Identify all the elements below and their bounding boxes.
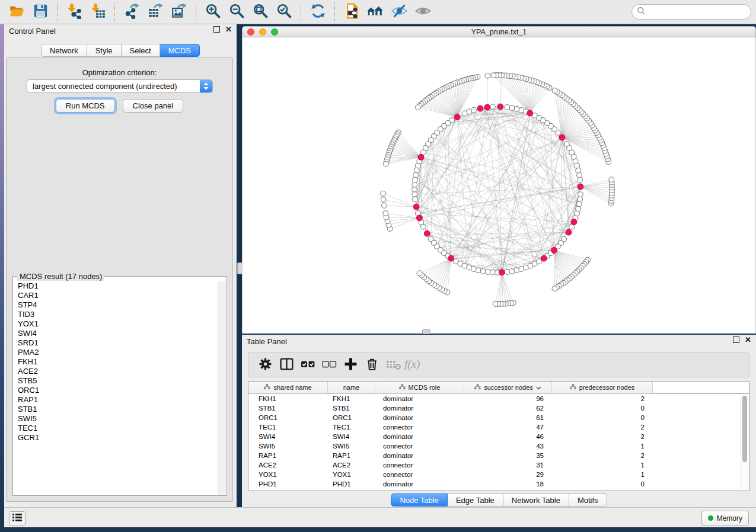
run-mcds-button[interactable]: Run MCDS — [56, 99, 115, 113]
network-node[interactable] — [562, 236, 567, 242]
first-neighbors-button[interactable] — [365, 2, 385, 22]
tab-style[interactable]: Style — [87, 44, 122, 57]
network-node[interactable] — [490, 104, 496, 110]
cell-shared-name[interactable]: RAP1 — [248, 452, 328, 459]
vertical-splitter[interactable] — [237, 24, 242, 507]
network-leaf-node[interactable] — [552, 286, 557, 291]
cell-MCDS-role[interactable]: dominator — [375, 480, 464, 488]
mcds-result-item[interactable]: PHD1 — [14, 281, 218, 291]
network-window-titlebar[interactable]: YPA_prune.txt_1 — [242, 26, 756, 37]
network-graph[interactable] — [243, 37, 756, 334]
mcds-result-item[interactable]: STP4 — [14, 300, 218, 310]
table-tab-network-table[interactable]: Network Table — [503, 493, 569, 507]
mcds-dominator-node[interactable] — [497, 104, 503, 110]
network-leaf-node[interactable] — [381, 191, 386, 196]
refresh-view-button[interactable] — [308, 2, 328, 22]
mcds-result-item[interactable]: GCR1 — [14, 433, 218, 443]
mcds-result-item[interactable]: ACE2 — [14, 367, 218, 376]
table-row[interactable]: ORC1ORC1dominator610 — [248, 413, 749, 422]
cell-successor-nodes[interactable]: 31 — [464, 462, 552, 469]
save-session-button[interactable] — [30, 2, 50, 22]
mcds-dominator-node[interactable] — [566, 229, 572, 235]
table-tab-edge-table[interactable]: Edge Table — [448, 493, 503, 507]
table-row[interactable]: ACE2ACE2connector311 — [248, 460, 749, 470]
horizontal-splitter-grip[interactable] — [422, 329, 430, 334]
network-leaf-node[interactable] — [609, 177, 614, 182]
mcds-dominator-node[interactable] — [541, 255, 547, 261]
network-node[interactable] — [578, 177, 583, 182]
network-node[interactable] — [509, 105, 515, 111]
memory-button[interactable]: Memory — [701, 511, 749, 525]
network-leaf-node[interactable] — [384, 161, 389, 166]
table-row[interactable]: PHD1PHD1dominator180 — [248, 479, 749, 489]
cell-shared-name[interactable]: YOX1 — [248, 471, 328, 478]
export-image-button[interactable] — [169, 2, 189, 22]
cell-predecessor-nodes[interactable]: 2 — [552, 433, 653, 440]
mcds-dominator-node[interactable] — [418, 154, 424, 160]
tab-select[interactable]: Select — [122, 44, 160, 57]
function-builder-button[interactable]: f(x) — [404, 355, 425, 375]
network-leaf-node[interactable] — [485, 73, 490, 78]
cell-MCDS-role[interactable]: connector — [375, 443, 464, 450]
mcds-result-item[interactable]: RAP1 — [14, 395, 218, 405]
column-header-shared-name[interactable]: shared name — [248, 382, 328, 393]
network-node[interactable] — [576, 206, 581, 211]
cell-name[interactable]: SWI4 — [328, 433, 375, 440]
select-all-checkboxes-button[interactable] — [297, 355, 318, 375]
mcds-result-item[interactable]: TID3 — [14, 310, 218, 319]
mcds-result-item[interactable]: YOX1 — [14, 319, 218, 329]
cell-name[interactable]: YOX1 — [328, 471, 375, 478]
tab-mcds[interactable]: MCDS — [160, 44, 200, 57]
mcds-dominator-node[interactable] — [477, 105, 483, 111]
show-all-button[interactable] — [413, 2, 433, 22]
mcds-dominator-node[interactable] — [571, 219, 577, 225]
mcds-dominator-node[interactable] — [413, 204, 419, 210]
cell-successor-nodes[interactable]: 18 — [464, 480, 552, 488]
cell-predecessor-nodes[interactable]: 0 — [552, 414, 653, 421]
mcds-result-item[interactable]: SWI5 — [14, 414, 218, 424]
search-input[interactable] — [646, 7, 743, 17]
network-node[interactable] — [413, 177, 418, 182]
mcds-dominator-node[interactable] — [424, 230, 430, 236]
cell-name[interactable]: ACE2 — [328, 462, 375, 469]
mcds-dominator-node[interactable] — [416, 215, 422, 221]
network-node[interactable] — [514, 106, 519, 111]
cell-name[interactable]: RAP1 — [328, 452, 375, 459]
cell-name[interactable]: FKH1 — [328, 395, 375, 402]
add-column-button[interactable] — [340, 355, 361, 375]
close-panel-button[interactable]: Close panel — [123, 99, 184, 113]
search-box[interactable] — [631, 4, 751, 20]
mcds-dominator-node[interactable] — [578, 184, 583, 190]
cell-shared-name[interactable]: FKH1 — [248, 395, 328, 402]
network-leaf-node[interactable] — [383, 211, 388, 216]
network-leaf-node[interactable] — [552, 88, 557, 94]
table-scrollbar[interactable] — [741, 394, 748, 490]
network-node[interactable] — [485, 270, 490, 275]
mcds-dominator-node[interactable] — [559, 134, 565, 140]
float-panel-icon[interactable] — [213, 26, 220, 33]
cell-successor-nodes[interactable]: 29 — [464, 471, 552, 478]
cell-MCDS-role[interactable]: dominator — [375, 433, 464, 440]
mcds-result-item[interactable]: TEC1 — [14, 424, 218, 433]
cell-predecessor-nodes[interactable]: 1 — [552, 471, 653, 478]
mcds-result-item[interactable]: FKH1 — [14, 357, 218, 367]
cell-name[interactable]: STB1 — [328, 405, 375, 412]
network-node[interactable] — [490, 270, 496, 275]
mcds-result-item[interactable]: CAR1 — [14, 291, 218, 300]
network-node[interactable] — [412, 192, 417, 197]
cell-predecessor-nodes[interactable]: 0 — [552, 405, 653, 412]
table-row[interactable]: SWI5SWI5connector431 — [248, 441, 749, 451]
cell-predecessor-nodes[interactable]: 2 — [552, 395, 653, 402]
cell-name[interactable]: SWI5 — [328, 443, 375, 450]
network-node[interactable] — [412, 182, 417, 188]
network-node[interactable] — [577, 201, 582, 207]
cell-successor-nodes[interactable]: 62 — [464, 405, 552, 412]
network-node[interactable] — [509, 269, 515, 274]
cell-MCDS-role[interactable]: dominator — [375, 452, 464, 459]
zoom-out-button[interactable] — [227, 2, 247, 22]
mcds-result-item[interactable]: SRD1 — [14, 338, 218, 348]
zoom-fit-button[interactable] — [250, 2, 270, 22]
network-leaf-node[interactable] — [491, 73, 496, 78]
column-header-name[interactable]: name — [328, 382, 375, 393]
export-table-button[interactable] — [145, 2, 165, 22]
